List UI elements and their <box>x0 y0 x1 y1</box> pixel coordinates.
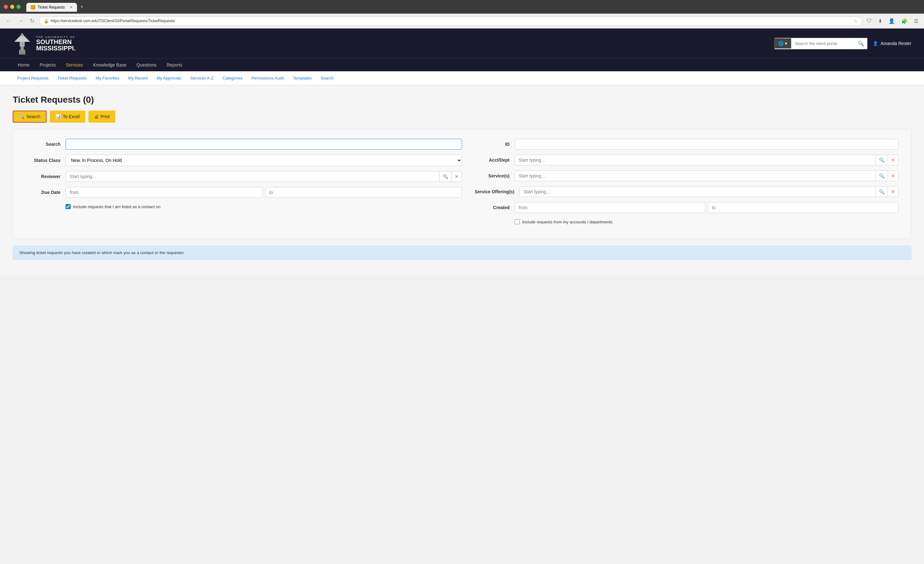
shield-icon[interactable]: 🛡 <box>865 17 874 25</box>
url-text: https://servicedesk.usm.edu/TDClient/33/… <box>51 19 852 23</box>
service-offering-label: Service Offering(s) <box>475 189 514 194</box>
maximize-window-btn[interactable] <box>16 5 21 9</box>
include-contact-checkbox-row: Include requests that I am listed as a c… <box>66 204 160 209</box>
browser-tabs: Ticket Requests ✕ + <box>26 3 86 12</box>
search-text-input[interactable] <box>66 139 462 150</box>
include-contact-row: Include requests that I am listed as a c… <box>66 203 462 209</box>
subnav-permissions-audit[interactable]: Permissions Audit <box>247 71 288 85</box>
reviewer-clear-btn[interactable]: ✕ <box>452 171 462 182</box>
created-row: Created <box>475 202 898 213</box>
services-input[interactable] <box>514 171 876 181</box>
include-accounts-label: Include requests from my accounts / depa… <box>522 220 612 224</box>
tab-title: Ticket Requests <box>38 5 65 9</box>
search-btn-label: Search <box>26 114 40 119</box>
print-button[interactable]: 🖨 Print <box>88 111 116 123</box>
services-clear-btn[interactable]: ✕ <box>888 171 898 181</box>
status-class-select[interactable]: New, In Process, On Hold Closed All <box>66 154 462 166</box>
reviewer-row: Reviewer 🔍 ✕ <box>26 171 462 182</box>
close-window-btn[interactable] <box>4 5 8 9</box>
bookmark-icon[interactable]: ☆ <box>854 19 858 24</box>
new-tab-btn[interactable]: + <box>78 3 86 12</box>
reviewer-search-btn[interactable]: 🔍 <box>440 171 452 182</box>
service-offering-search-btn[interactable]: 🔍 <box>876 186 888 197</box>
svg-rect-1 <box>21 46 24 50</box>
search-btn-icon: 🔍 <box>19 114 24 119</box>
active-tab[interactable]: Ticket Requests ✕ <box>26 3 77 12</box>
services-row: Service(s) 🔍 ✕ <box>475 171 898 181</box>
minimize-window-btn[interactable] <box>10 5 14 9</box>
to-excel-button[interactable]: 📊 To Excel <box>50 111 85 123</box>
id-field-row: ID <box>475 139 898 150</box>
profile-icon[interactable]: 👤 <box>886 17 897 26</box>
subnav-categories[interactable]: Categories <box>218 71 247 85</box>
subnav-project-requests[interactable]: Project Requests <box>13 71 53 85</box>
nav-projects[interactable]: Projects <box>34 58 61 71</box>
portal-search-submit-btn[interactable]: 🔍 <box>855 38 867 49</box>
include-contact-checkbox[interactable] <box>66 204 70 209</box>
globe-dropdown-btn[interactable]: 🌐 ▾ <box>774 38 791 48</box>
tab-favicon <box>31 5 35 9</box>
nav-home[interactable]: Home <box>13 58 34 71</box>
extensions-icon[interactable]: 🧩 <box>899 17 909 26</box>
refresh-btn[interactable]: ↻ <box>28 16 36 26</box>
services-label: Service(s) <box>475 173 510 178</box>
reviewer-label: Reviewer <box>26 174 60 179</box>
print-label: Print <box>100 114 110 119</box>
portal-search-input[interactable] <box>791 39 855 48</box>
nav-services[interactable]: Services <box>61 58 88 71</box>
excel-icon: 📊 <box>56 114 61 119</box>
due-date-to-input[interactable] <box>265 187 462 198</box>
address-bar-row: ← → ↻ 🔒 https://servicedesk.usm.edu/TDCl… <box>0 14 924 28</box>
address-bar[interactable]: 🔒 https://servicedesk.usm.edu/TDClient/3… <box>39 16 862 26</box>
search-button[interactable]: 🔍 Search <box>13 111 46 123</box>
logo-text: THE UNIVERSITY OF SOUTHERN MISSISSIPPI. <box>36 36 75 51</box>
subnav-my-favorites[interactable]: My Favorites <box>91 71 124 85</box>
info-bar-text: Showing ticket requests you have created… <box>20 250 185 255</box>
university-of-label: THE UNIVERSITY OF <box>36 36 75 39</box>
id-input[interactable] <box>514 139 898 150</box>
reviewer-input-group: 🔍 ✕ <box>66 171 462 182</box>
subnav-services-az[interactable]: Services A-Z <box>186 71 218 85</box>
services-input-group: 🔍 ✕ <box>514 171 898 181</box>
include-contact-label: Include requests that I am listed as a c… <box>73 204 160 209</box>
services-search-btn[interactable]: 🔍 <box>876 171 888 181</box>
acct-dept-clear-btn[interactable]: ✕ <box>888 154 898 165</box>
created-to-input[interactable] <box>708 202 898 213</box>
subnav-my-recent[interactable]: My Recent <box>124 71 152 85</box>
portal-search-bar: 🌐 ▾ 🔍 <box>774 38 868 50</box>
id-field-label: ID <box>475 142 510 147</box>
subnav-templates[interactable]: Templates <box>288 71 316 85</box>
forward-btn[interactable]: → <box>16 16 26 26</box>
tab-close-btn[interactable]: ✕ <box>70 5 73 9</box>
nav-reports[interactable]: Reports <box>162 58 187 71</box>
created-from-input[interactable] <box>514 202 705 213</box>
acct-dept-input[interactable] <box>514 154 876 165</box>
created-label: Created <box>475 205 510 210</box>
print-icon: 🖨 <box>94 114 99 119</box>
nav-questions[interactable]: Questions <box>132 58 162 71</box>
menu-icon[interactable]: ☰ <box>912 17 920 26</box>
southern-label: SOUTHERN <box>36 39 75 45</box>
to-excel-label: To Excel <box>63 114 80 119</box>
download-icon[interactable]: ⬇ <box>876 17 884 26</box>
acct-dept-search-btn[interactable]: 🔍 <box>876 154 888 165</box>
include-accounts-checkbox-row: Include requests from my accounts / depa… <box>514 219 612 224</box>
page-title: Ticket Requests (0) <box>13 95 911 105</box>
service-offering-clear-btn[interactable]: ✕ <box>888 186 898 197</box>
subnav-my-approvals[interactable]: My Approvals <box>152 71 186 85</box>
search-form-container: Search Status Class New, In Process, On … <box>13 129 911 239</box>
traffic-lights <box>4 3 21 11</box>
subnav-ticket-requests[interactable]: Ticket Requests <box>53 71 91 85</box>
reviewer-input[interactable] <box>66 171 440 182</box>
mississippi-label: MISSISSIPPI. <box>36 45 75 51</box>
search-field-row: Search <box>26 139 462 150</box>
back-btn[interactable]: ← <box>4 16 13 26</box>
subnav-search[interactable]: Search <box>316 71 338 85</box>
nav-knowledge-base[interactable]: Knowledge Base <box>88 58 132 71</box>
acct-dept-row: Acct/Dept 🔍 ✕ <box>475 154 898 165</box>
service-offering-input-group: 🔍 ✕ <box>519 186 898 197</box>
due-date-from-input[interactable] <box>66 187 262 198</box>
header-right: 🌐 ▾ 🔍 👤 Amanda Rester <box>774 38 911 50</box>
service-offering-input[interactable] <box>519 186 876 197</box>
include-accounts-checkbox[interactable] <box>514 219 520 224</box>
